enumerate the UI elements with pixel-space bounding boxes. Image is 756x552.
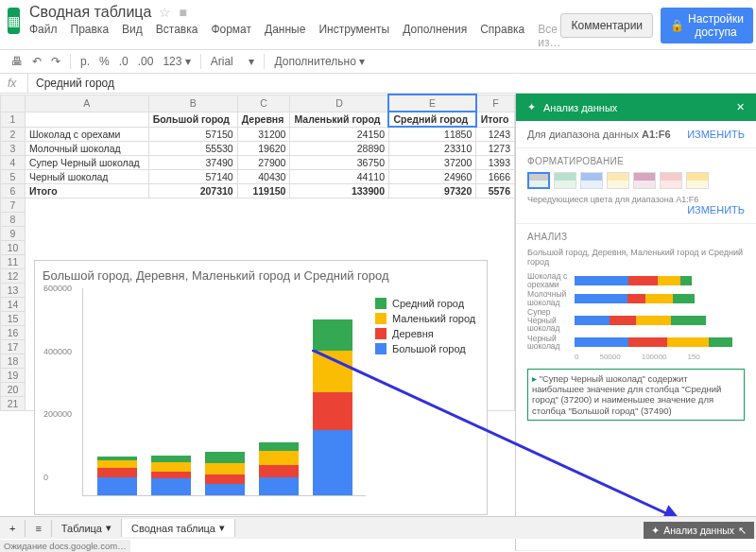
share-button[interactable]: 🔒Настройки доступа xyxy=(661,8,753,43)
spreadsheet[interactable]: ABCDEF 1Большой городДеревняМаленький го… xyxy=(0,94,515,551)
embedded-chart[interactable]: Большой город, Деревня, Маленький город … xyxy=(34,260,488,515)
menu-edit[interactable]: Правка xyxy=(71,23,110,49)
menu-file[interactable]: Файл xyxy=(29,23,58,49)
close-icon[interactable]: ✕ xyxy=(736,101,745,113)
sheet-tabs: + ≡ Таблица ▾ Сводная таблица ▾ xyxy=(0,516,756,539)
status-bar: Ожидание docs.google.com… xyxy=(0,540,130,552)
sheets-logo-icon: ▦ xyxy=(8,8,20,34)
menubar: Файл Правка Вид Вставка Формат Данные Ин… xyxy=(29,23,560,49)
fx-label: fx xyxy=(0,74,28,93)
redo-icon[interactable]: ↷ xyxy=(51,55,60,68)
mini-chart[interactable]: Шоколад с орехамиМолочный шоколадСупер Ч… xyxy=(527,272,745,361)
menu-help[interactable]: Справка xyxy=(480,23,524,49)
panel-title: Анализ данных xyxy=(543,102,617,113)
comments-button[interactable]: Комментарии xyxy=(560,13,653,38)
formula-bar[interactable]: Средний город xyxy=(28,74,506,93)
color-palettes[interactable] xyxy=(527,172,745,189)
dec-increase[interactable]: .00 xyxy=(138,55,154,68)
tab-pivot[interactable]: Сводная таблица ▾ xyxy=(122,519,235,537)
all-sheets-icon[interactable]: ≡ xyxy=(26,520,51,537)
menu-format[interactable]: Формат xyxy=(211,23,251,49)
menu-data[interactable]: Данные xyxy=(265,23,305,49)
chart-title: Большой город, Деревня, Маленький город … xyxy=(43,268,479,283)
menu-insert[interactable]: Вставка xyxy=(156,23,198,49)
explore-button[interactable]: ✦Анализ данных↖ xyxy=(644,522,754,539)
change-range-link[interactable]: ИЗМЕНИТЬ xyxy=(687,129,745,140)
add-sheet-button[interactable]: + xyxy=(0,520,26,537)
toolbar: 🖶 ↶ ↷ p. % .0 .00 123 ▾ Arial ▾ Дополнит… xyxy=(0,50,756,74)
menu-tools[interactable]: Инструменты xyxy=(318,23,389,49)
menu-addons[interactable]: Дополнения xyxy=(403,23,467,49)
explore-icon: ✦ xyxy=(527,101,536,113)
cursor-icon: ↖ xyxy=(738,525,747,536)
explore-star-icon: ✦ xyxy=(651,525,660,536)
doc-title[interactable]: Сводная таблица xyxy=(29,4,151,21)
change-format-link[interactable]: ИЗМЕНИТЬ xyxy=(687,204,745,216)
mini-chart-title: Большой город, Деревня, Маленький город … xyxy=(527,248,745,267)
chart-legend: Средний городМаленький городДеревняБольш… xyxy=(366,288,479,496)
insight-box[interactable]: ▸ "Супер Черный шоколад" содержит наибол… xyxy=(527,369,745,422)
number-format[interactable]: 123 ▾ xyxy=(163,55,190,68)
lock-icon: 🔒 xyxy=(670,19,684,32)
undo-icon[interactable]: ↶ xyxy=(32,55,42,68)
menu-all-changes[interactable]: Все из… xyxy=(538,23,560,49)
currency-format[interactable]: p. xyxy=(80,55,90,68)
menu-view[interactable]: Вид xyxy=(122,23,143,49)
percent-format[interactable]: % xyxy=(99,55,110,68)
chart-plot-area: 0200000400000600000 xyxy=(82,288,366,496)
tab-table[interactable]: Таблица ▾ xyxy=(52,519,122,537)
font-select[interactable]: Arial ▾ xyxy=(211,55,255,68)
star-icon[interactable]: ☆ xyxy=(159,5,171,20)
folder-icon[interactable]: ■ xyxy=(179,5,186,20)
print-icon[interactable]: 🖶 xyxy=(11,55,23,68)
more-formatting[interactable]: Дополнительно ▾ xyxy=(274,55,365,68)
explore-panel: ✦ Анализ данных ✕ Для диапазона данных A… xyxy=(515,94,756,551)
dec-decrease[interactable]: .0 xyxy=(119,55,129,68)
